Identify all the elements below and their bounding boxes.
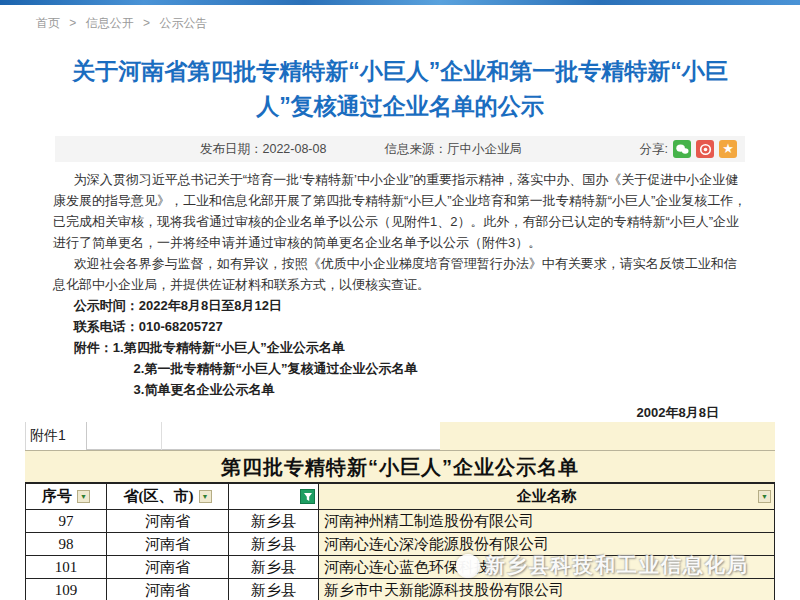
breadcrumb-current: 公示公告: [159, 16, 207, 30]
cell-county: 新乡县: [229, 556, 319, 579]
cell-county: 新乡县: [229, 579, 319, 600]
favorite-star-icon[interactable]: ★: [719, 140, 737, 158]
publish-date: 发布日期：2022-08-08: [200, 141, 326, 158]
col-header-seq-label: 序号: [42, 487, 72, 506]
cell-company: 河南心连心蓝色环保科技: [319, 556, 775, 579]
weibo-eye-glyph: [699, 143, 712, 156]
table-row: 109 河南省 新乡县 新乡市中天新能源科技股份有限公司: [26, 579, 775, 600]
active-filter-funnel-icon[interactable]: [300, 489, 315, 504]
publish-date-label: 发布日期：: [200, 142, 263, 156]
col-header-province: 省(区、市) ▼: [107, 484, 229, 510]
wechat-bubbles-glyph: [676, 144, 689, 155]
top-nav-bar-edge: [0, 0, 800, 5]
cell-company: 河南心连心深冷能源股份有限公司: [319, 533, 775, 556]
yellow-fill-strip: [440, 422, 775, 450]
attachment-link-1[interactable]: 1.第四批专精特新“小巨人”企业公示名单: [113, 337, 345, 358]
breadcrumb-info-disclosure[interactable]: 信息公开: [86, 16, 134, 30]
col-header-province-label: 省(区、市): [124, 487, 194, 506]
page-title: 关于河南省第四批专精特新“小巨人”企业和第一批专精特新“小巨人”复核通过企业名单…: [60, 54, 740, 124]
company-table: 序号 ▼ 省(区、市) ▼ 企业名称 ▼: [25, 482, 775, 600]
publish-date-value: 2022-08-08: [263, 142, 327, 156]
col-header-seq: 序号 ▼: [26, 484, 107, 510]
cell-province: 河南省: [107, 533, 229, 556]
table-title: 第四批专精特新“小巨人”企业公示名单: [25, 450, 775, 482]
public-period-line: 公示时间：2022年8月8日至8月12日: [53, 295, 747, 316]
sign-date: 2002年8月8日: [53, 402, 747, 423]
attachment-1-cell: 附件1: [25, 422, 87, 450]
info-source: 信息来源：厅中小企业局: [384, 141, 522, 158]
info-source-value: 厅中小企业局: [447, 142, 522, 156]
funnel-glyph: [303, 492, 313, 502]
attachments-label: 附件：: [53, 337, 113, 358]
paragraph-intro: 为深入贯彻习近平总书记关于“培育一批‘专精特新’中小企业”的重要指示精神，落实中…: [53, 169, 747, 253]
attachment-link-2[interactable]: 2.第一批专精特新“小巨人”复核通过企业公示名单: [53, 358, 747, 379]
attachment-link-3[interactable]: 3.简单更名企业公示名单: [53, 379, 747, 400]
attachment-list: 附件： 1.第四批专精特新“小巨人”企业公示名单: [53, 337, 747, 358]
gridline: [161, 422, 162, 450]
breadcrumb-separator: >: [69, 16, 76, 30]
table-header-row: 序号 ▼ 省(区、市) ▼ 企业名称 ▼: [26, 484, 775, 510]
weibo-share-icon[interactable]: [696, 140, 714, 158]
cell-province: 河南省: [107, 556, 229, 579]
filter-dropdown-icon[interactable]: ▼: [758, 490, 771, 503]
share-label: 分享:: [640, 141, 668, 158]
breadcrumb-home[interactable]: 首页: [36, 16, 60, 30]
breadcrumb-separator: >: [143, 16, 150, 30]
col-header-company-label: 企业名称: [517, 487, 577, 506]
page: 首页 > 信息公开 > 公示公告 关于河南省第四批专精特新“小巨人”企业和第一批…: [0, 0, 800, 600]
table-row: 97 河南省 新乡县 河南神州精工制造股份有限公司: [26, 510, 775, 533]
share-bar: 分享: ★: [640, 140, 737, 158]
breadcrumb: 首页 > 信息公开 > 公示公告: [36, 15, 207, 32]
col-header-county: [229, 484, 319, 510]
wechat-share-icon[interactable]: [673, 140, 691, 158]
cell-province: 河南省: [107, 510, 229, 533]
cell-province: 河南省: [107, 579, 229, 600]
info-source-label: 信息来源：: [384, 142, 447, 156]
cell-seq: 98: [26, 533, 107, 556]
meta-bar: 发布日期：2022-08-08 信息来源：厅中小企业局 分享: ★: [55, 136, 745, 162]
filter-dropdown-icon[interactable]: ▼: [77, 490, 90, 503]
cell-seq: 97: [26, 510, 107, 533]
cell-company: 河南神州精工制造股份有限公司: [319, 510, 775, 533]
contact-phone-line: 联系电话：010-68205727: [53, 316, 747, 337]
article-body: 为深入贯彻习近平总书记关于“培育一批‘专精特新’中小企业”的重要指示精神，落实中…: [53, 169, 747, 423]
col-header-company: 企业名称 ▼: [319, 484, 775, 510]
filter-dropdown-icon[interactable]: ▼: [199, 490, 212, 503]
cell-seq: 101: [26, 556, 107, 579]
paragraph-supervision: 欢迎社会各界参与监督，如有异议，按照《优质中小企业梯度培育管理暂行办法》中有关要…: [53, 253, 747, 295]
spreadsheet-top-row: 附件1: [25, 422, 775, 450]
cell-county: 新乡县: [229, 533, 319, 556]
cell-county: 新乡县: [229, 510, 319, 533]
attachment-1-spreadsheet: 附件1 第四批专精特新“小巨人”企业公示名单 序号 ▼ 省(区、市) ▼: [0, 422, 800, 600]
table-row: 101 河南省 新乡县 河南心连心蓝色环保科技: [26, 556, 775, 579]
cell-seq: 109: [26, 579, 107, 600]
table-row: 98 河南省 新乡县 河南心连心深冷能源股份有限公司: [26, 533, 775, 556]
cell-company: 新乡市中天新能源科技股份有限公司: [319, 579, 775, 600]
